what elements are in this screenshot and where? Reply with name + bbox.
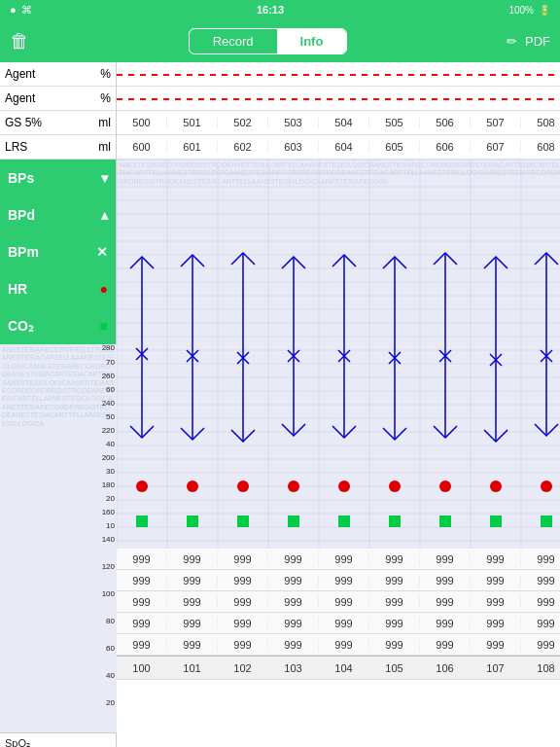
svg-rect-92 — [187, 516, 198, 527]
svg-point-87 — [541, 480, 552, 492]
pip-6: 999 — [420, 639, 471, 651]
y-label-20b: 20 — [106, 698, 115, 707]
agent2-dashed-line — [117, 98, 560, 100]
sidebar-item-co2[interactable]: CO₂ ■ — [0, 307, 116, 344]
svg-point-80 — [187, 480, 198, 492]
lrs-grid-row: 600 601 602 603 604 605 606 607 608 609 … — [117, 135, 560, 160]
agent2-row: Agent % — [0, 87, 116, 111]
rr-5: 999 — [369, 575, 420, 587]
sidebar-item-hr[interactable]: HR ● — [0, 270, 116, 307]
battery-label: 100% — [508, 5, 534, 16]
svg-point-83 — [338, 480, 350, 492]
temp-7: 999 — [471, 618, 521, 629]
right-panel[interactable]: 500 501 502 503 504 505 506 507 508 509 … — [117, 62, 560, 747]
lrs-val-8: 608 — [521, 141, 560, 153]
y-label-60b: 60 — [106, 644, 115, 653]
temp-5: 999 — [369, 618, 420, 629]
sidebar-item-bpm[interactable]: BPm ✕ — [0, 233, 116, 270]
drug-val-3: 103 — [268, 662, 319, 674]
y-label-50: 50 — [106, 412, 115, 421]
bpm-label: BPm — [8, 244, 39, 260]
cvp-0: 999 — [117, 596, 167, 608]
cvp-7: 999 — [471, 596, 521, 608]
y-label-30: 30 — [106, 467, 115, 476]
drug-grid-row: 100 101 102 103 104 105 106 107 108 109 … — [117, 656, 560, 680]
gs5-unit: ml — [98, 116, 111, 129]
gs5-row: GS 5% ml — [0, 111, 116, 135]
drug-val-7: 107 — [471, 662, 521, 674]
tab-record[interactable]: Record — [190, 29, 277, 53]
trash-button[interactable]: 🗑 — [10, 30, 29, 53]
svg-rect-96 — [389, 516, 401, 527]
svg-point-84 — [389, 480, 401, 492]
grid-content: 500 501 502 503 504 505 506 507 508 509 … — [117, 62, 560, 680]
lrs-val-3: 603 — [268, 141, 319, 153]
lrs-val-7: 607 — [471, 141, 521, 153]
gs5-val-0: 500 — [117, 117, 167, 128]
tab-info[interactable]: Info — [277, 29, 347, 53]
close-icon: ✕ — [96, 244, 108, 260]
status-bar: ● ⌘ 16:13 100% 🔋 — [0, 0, 560, 19]
y-label-40: 40 — [106, 440, 115, 448]
pip-0: 999 — [117, 639, 167, 651]
chevron-down-icon: ▾ — [101, 170, 108, 186]
agent2-line-container — [117, 87, 560, 111]
sidebar-item-bps[interactable]: BPs ▾ — [0, 160, 116, 196]
chart-gridlines — [117, 160, 560, 549]
temp-0: 999 — [117, 618, 167, 629]
status-right: 100% 🔋 — [508, 5, 550, 16]
agent1-unit: % — [100, 67, 111, 81]
drug-val-4: 104 — [319, 662, 369, 674]
top-bar-right: ✏ PDF — [507, 34, 550, 49]
spo2-1: 999 — [167, 553, 218, 565]
bpd-label: BPd — [8, 207, 35, 223]
gs5-grid-row: 500 501 502 503 504 505 506 507 508 509 … — [117, 111, 560, 135]
left-panel: Agent % Agent % GS 5% ml LRS ml BPs ▾ BP… — [0, 62, 117, 747]
cvp-row: 999 999 999 999 999 999 999 999 999 999 … — [117, 591, 560, 613]
spo2-0: 999 — [117, 553, 167, 565]
gs5-val-4: 504 — [319, 117, 369, 128]
cvp-3: 999 — [268, 596, 319, 608]
cvp-2: 999 — [218, 596, 268, 608]
pdf-label[interactable]: PDF — [525, 34, 550, 49]
gs5-val-3: 503 — [268, 117, 319, 128]
gs5-val-1: 501 — [167, 117, 218, 128]
rr-6: 999 — [420, 575, 471, 587]
pip-7: 999 — [471, 639, 521, 651]
gs5-val-8: 508 — [521, 117, 560, 128]
tab-group: Record Info — [189, 28, 348, 54]
square-icon: ■ — [100, 318, 108, 334]
y-label-60: 60 — [106, 385, 115, 394]
trash-icon: 🗑 — [10, 30, 29, 52]
status-time: 16:13 — [257, 4, 284, 16]
sidebar-item-bpd[interactable]: BPd ▴ — [0, 196, 116, 233]
edit-icon[interactable]: ✏ — [507, 34, 517, 49]
chevron-up-icon: ▴ — [101, 207, 108, 223]
svg-rect-95 — [338, 516, 350, 527]
spo2-row: 999 999 999 999 999 999 999 999 999 999 … — [117, 549, 560, 570]
pip-4: 999 — [319, 639, 369, 651]
temp-2: 999 — [218, 618, 268, 629]
svg-point-86 — [490, 480, 502, 492]
rr-8: 999 — [521, 575, 560, 587]
rr-2: 999 — [218, 575, 268, 587]
chart-area: ANESTESIARECORDREGISTRODEANESTESIACARTEL… — [117, 160, 560, 549]
lrs-val-6: 606 — [420, 141, 471, 153]
agent1-grid-row — [117, 62, 560, 87]
rr-4: 999 — [319, 575, 369, 587]
lrs-val-4: 604 — [319, 141, 369, 153]
y-label-240: 240 — [102, 399, 115, 408]
y-label-220: 220 — [102, 426, 115, 435]
gs5-val-6: 506 — [420, 117, 471, 128]
rr-1: 999 — [167, 575, 218, 587]
svg-rect-99 — [541, 516, 552, 527]
y-axis-labels: ANESTESIARECORDREGISTRODEANESTESIACARTEL… — [0, 344, 117, 733]
lrs-label: LRS — [5, 140, 27, 154]
drug-val-2: 102 — [218, 662, 268, 674]
battery-icon: 🔋 — [539, 5, 550, 16]
gs5-val-2: 502 — [218, 117, 268, 128]
y-label-260: 260 — [102, 372, 115, 380]
gs5-val-7: 507 — [471, 117, 521, 128]
lrs-val-5: 605 — [369, 141, 420, 153]
spo2-2: 999 — [218, 553, 268, 565]
